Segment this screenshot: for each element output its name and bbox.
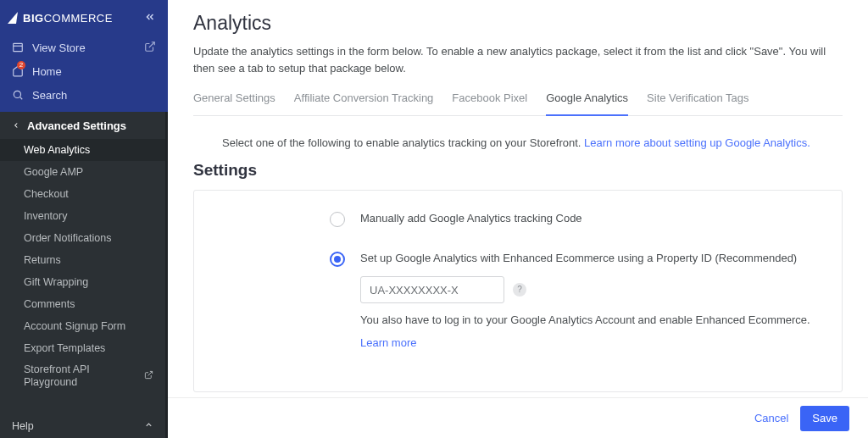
sidebar-item-label: Returns bbox=[24, 254, 61, 266]
sidebar-item-order-notifications[interactable]: Order Notifications bbox=[0, 227, 165, 249]
sidebar-item-comments[interactable]: Comments bbox=[0, 293, 165, 315]
svg-rect-0 bbox=[14, 43, 23, 51]
brand-logo-icon bbox=[8, 12, 18, 24]
cancel-button[interactable]: Cancel bbox=[754, 412, 788, 424]
store-icon bbox=[12, 42, 24, 53]
sidebar-item-web-analytics[interactable]: Web Analytics bbox=[0, 139, 165, 161]
external-link-icon bbox=[144, 370, 153, 383]
svg-line-4 bbox=[20, 97, 23, 100]
sidebar: BIGCOMMERCE View Store 2 Home Search bbox=[0, 0, 168, 438]
sidebar-item-label: Export Templates bbox=[24, 342, 105, 354]
tab-facebook-pixel[interactable]: Facebook Pixel bbox=[452, 91, 527, 116]
nav-search-label: Search bbox=[32, 89, 67, 102]
collapse-sidebar-button[interactable] bbox=[144, 11, 156, 25]
help-label: Help bbox=[12, 420, 34, 432]
sidebar-item-label: Storefront API Playground bbox=[24, 363, 141, 389]
search-icon bbox=[12, 89, 24, 101]
tab-google-analytics[interactable]: Google Analytics bbox=[546, 91, 628, 116]
sidebar-item-checkout[interactable]: Checkout bbox=[0, 183, 165, 205]
learn-more-link[interactable]: Learn more bbox=[360, 336, 416, 349]
sidebar-item-gift-wrapping[interactable]: Gift Wrapping bbox=[0, 271, 165, 293]
sidebar-item-label: Gift Wrapping bbox=[24, 276, 88, 288]
brand-logo: BIGCOMMERCE bbox=[8, 12, 113, 25]
radio-manual[interactable] bbox=[330, 212, 345, 227]
external-link-icon bbox=[144, 41, 156, 55]
brand-name-right: COMMERCE bbox=[44, 12, 113, 25]
enhanced-note: You also have to log in to your Google A… bbox=[360, 313, 818, 326]
chevron-up-icon bbox=[144, 420, 153, 432]
footer: Cancel Save bbox=[168, 397, 868, 438]
sub-panel-title: Advanced Settings bbox=[27, 119, 126, 132]
home-badge: 2 bbox=[17, 61, 25, 69]
sub-nav-list: Web AnalyticsGoogle AMPCheckoutInventory… bbox=[0, 139, 165, 413]
nav-home[interactable]: 2 Home bbox=[0, 59, 168, 83]
svg-point-3 bbox=[14, 91, 20, 97]
nav-view-store-label: View Store bbox=[32, 42, 86, 54]
svg-line-5 bbox=[148, 371, 153, 375]
help-toggle[interactable]: Help bbox=[0, 413, 165, 438]
sidebar-item-label: Inventory bbox=[24, 210, 67, 222]
sidebar-item-label: Checkout bbox=[24, 188, 69, 200]
sidebar-item-google-amp[interactable]: Google AMP bbox=[0, 161, 165, 183]
settings-card: Manually add Google Analytics tracking C… bbox=[193, 190, 843, 392]
sidebar-item-label: Account Signup Form bbox=[24, 320, 125, 332]
settings-hint: Select one of the following to enable an… bbox=[222, 136, 843, 149]
page-title: Analytics bbox=[193, 12, 843, 35]
save-button[interactable]: Save bbox=[800, 406, 849, 431]
section-title: Settings bbox=[193, 161, 843, 180]
sidebar-item-export-templates[interactable]: Export Templates bbox=[0, 337, 165, 359]
chevron-left-icon bbox=[12, 121, 20, 130]
tabs: General SettingsAffiliate Conversion Tra… bbox=[193, 91, 843, 116]
chevrons-left-icon bbox=[144, 11, 156, 23]
sidebar-item-storefront-api-playground[interactable]: Storefront API Playground bbox=[0, 359, 165, 393]
svg-line-2 bbox=[149, 42, 154, 47]
sidebar-item-label: Order Notifications bbox=[24, 232, 112, 244]
tab-site-verification-tags[interactable]: Site Verification Tags bbox=[647, 91, 748, 116]
radio-enhanced[interactable] bbox=[330, 252, 345, 267]
option-enhanced-label: Set up Google Analytics with Enhanced Ec… bbox=[360, 251, 818, 266]
tab-general-settings[interactable]: General Settings bbox=[193, 91, 275, 116]
content: Analytics Update the analytics settings … bbox=[168, 0, 868, 397]
help-tooltip-icon[interactable]: ? bbox=[513, 283, 526, 297]
tab-affiliate-conversion-tracking[interactable]: Affiliate Conversion Tracking bbox=[294, 91, 434, 116]
sidebar-item-label: Web Analytics bbox=[24, 144, 90, 156]
property-id-input[interactable] bbox=[360, 276, 504, 303]
sidebar-item-label: Comments bbox=[24, 298, 75, 310]
option-enhanced: Set up Google Analytics with Enhanced Ec… bbox=[330, 251, 818, 349]
main: Analytics Update the analytics settings … bbox=[168, 0, 868, 438]
sub-panel-header[interactable]: Advanced Settings bbox=[0, 112, 165, 139]
sub-panel: Advanced Settings Web AnalyticsGoogle AM… bbox=[0, 112, 168, 438]
brand-row: BIGCOMMERCE bbox=[0, 0, 168, 36]
sidebar-item-label: Google AMP bbox=[24, 166, 83, 178]
sidebar-item-account-signup-form[interactable]: Account Signup Form bbox=[0, 315, 165, 337]
top-nav: View Store 2 Home Search bbox=[0, 36, 168, 112]
option-manual: Manually add Google Analytics tracking C… bbox=[330, 211, 818, 227]
nav-home-label: Home bbox=[32, 65, 62, 78]
settings-hint-text: Select one of the following to enable an… bbox=[222, 136, 584, 149]
settings-hint-link[interactable]: Learn more about setting up Google Analy… bbox=[584, 136, 810, 149]
sidebar-item-inventory[interactable]: Inventory bbox=[0, 205, 165, 227]
nav-search[interactable]: Search bbox=[0, 83, 168, 107]
page-description: Update the analytics settings in the for… bbox=[193, 43, 843, 76]
sidebar-item-returns[interactable]: Returns bbox=[0, 249, 165, 271]
brand-name-left: BIG bbox=[23, 12, 44, 25]
option-manual-label: Manually add Google Analytics tracking C… bbox=[360, 211, 818, 226]
nav-view-store[interactable]: View Store bbox=[0, 36, 168, 59]
